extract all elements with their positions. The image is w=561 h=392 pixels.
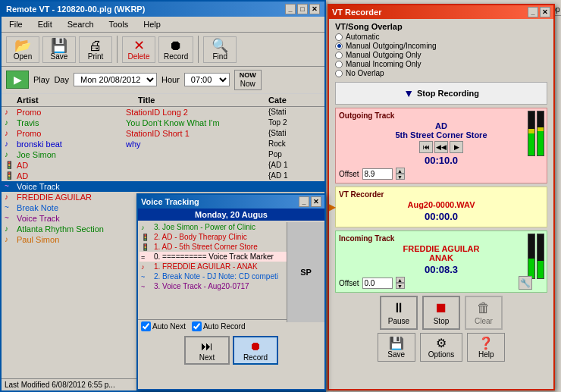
track-artist: FREDDIE AGUILAR	[17, 193, 126, 202]
outgoing-label: Outgoing Track	[339, 111, 544, 120]
vt-track-text: 1. AD - 5th Street Corner Store	[154, 243, 258, 251]
vt-title-bar: Voice Tracking _ ✕	[138, 195, 324, 209]
record-button[interactable]: ⏺ Record	[158, 36, 193, 63]
radio-no-overlap[interactable]: No Overlap	[335, 69, 547, 77]
rec-minimize-button[interactable]: _	[528, 7, 538, 17]
artist-header: Artist	[17, 96, 138, 105]
menu-search[interactable]: Search	[63, 18, 99, 30]
table-row[interactable]: ♪ Travis You Don't Know What I'm Top 2	[2, 118, 324, 128]
outgoing-offset-input[interactable]	[362, 168, 393, 180]
delete-icon: ✕	[133, 39, 145, 52]
auto-record-checkbox[interactable]: Auto Record	[192, 321, 246, 331]
voice-tracking-window: Voice Tracking _ ✕ Monday, 20 Augus ♪ 3.…	[136, 193, 326, 390]
help-button[interactable]: ❓ Help	[467, 333, 505, 362]
vt-record-button[interactable]: ⏺ Record	[233, 336, 278, 365]
prev-button[interactable]: ⏮	[419, 141, 433, 153]
track-cate: Rock	[268, 140, 321, 148]
menu-help[interactable]: Help	[139, 18, 165, 30]
track-artist: Atlanta Rhythm Section	[17, 224, 126, 234]
record-icon: ⏺	[249, 339, 262, 353]
pause-icon: ⏸	[392, 300, 406, 317]
track-cate: Pop	[268, 150, 321, 158]
wrench-button[interactable]: 🔧	[519, 276, 532, 290]
options-icon: ⚙	[436, 336, 447, 350]
vt-track-text: 1. FREDDIE AGUILAR - ANAK	[154, 262, 258, 271]
track-title: You Don't Know What I'm	[126, 118, 268, 127]
outgoing-offset-row: Offset ▲ ▼	[339, 168, 544, 180]
vt-minimize-button[interactable]: _	[299, 196, 309, 207]
next-button[interactable]: ⏭ Next	[184, 336, 230, 365]
print-button[interactable]: 🖨 Print	[79, 36, 112, 63]
close-button[interactable]: ✕	[309, 4, 320, 14]
open-button[interactable]: 📂 Open	[6, 36, 39, 63]
save-icon: 💾	[51, 39, 67, 52]
delete-button[interactable]: ✕ Delete	[122, 36, 155, 63]
vt-track-icon: =	[141, 253, 152, 261]
radio-manual-both[interactable]: Manual Outgoing/Incoming	[335, 42, 547, 50]
track-icon: ♪	[5, 129, 17, 137]
table-row[interactable]: ♪ Promo StationID Long 2 {Stati	[2, 107, 324, 118]
remote-vt-titlebar: Remote VT - 120820-00.plg (WKRP) _ □ ✕	[2, 2, 324, 17]
track-icon: ~	[5, 203, 17, 212]
incoming-offset-up[interactable]: ▲	[396, 277, 405, 283]
outgoing-transport: ⏮ ◀◀ ▶	[339, 141, 544, 153]
track-icon: ♪	[5, 118, 17, 127]
vt-close-button[interactable]: ✕	[311, 196, 321, 207]
track-cate: Top 2	[268, 118, 321, 127]
clear-button[interactable]: 🗑 Clear	[465, 296, 503, 330]
day-row: ▶ Play Day Mon 20/08/2012 Hour 07:00 NOW…	[2, 67, 324, 94]
save-button[interactable]: 💾 Save	[42, 36, 76, 63]
stop-triangle-icon: ▼	[403, 87, 414, 99]
maximize-button[interactable]: □	[297, 4, 308, 14]
rec-title-bar: VT Recorder _ ✕	[329, 5, 553, 19]
help-icon: ❓	[478, 336, 494, 350]
outgoing-section: Outgoing Track AD 5th Street Corner Stor…	[335, 108, 547, 183]
vt-track-icon: ♪	[141, 224, 152, 231]
radio-manual-outgoing[interactable]: Manual Outgoing Only	[335, 51, 547, 59]
table-row[interactable]: ♪ bronski beat why Rock	[2, 139, 324, 149]
vt-track-icon: 🚦	[141, 243, 152, 251]
incoming-level-meter	[528, 234, 544, 279]
table-row[interactable]: ~ Voice Track	[2, 181, 324, 192]
incoming-offset-input[interactable]	[362, 278, 393, 289]
table-row[interactable]: ♪ Joe Simon Pop	[2, 149, 324, 160]
play-button[interactable]: ▶	[6, 71, 29, 89]
table-row[interactable]: ♪ Promo StationID Short 1 {Stati	[2, 128, 324, 139]
menu-tools[interactable]: Tools	[105, 18, 133, 30]
minimize-button[interactable]: _	[285, 4, 296, 14]
menu-file[interactable]: File	[5, 18, 27, 30]
outgoing-offset-down[interactable]: ▼	[396, 174, 405, 180]
find-button[interactable]: 🔍 Find	[203, 36, 237, 63]
open-icon: 📂	[14, 39, 31, 52]
cate-header: Cate	[268, 96, 321, 105]
incoming-section: Incoming Track FREDDIE AGUILAR ANAK 00:0…	[335, 230, 547, 293]
track-cate: {AD 1	[268, 161, 321, 169]
table-row[interactable]: 🚦 AD {AD 1	[2, 171, 324, 181]
rec-close-button[interactable]: ✕	[540, 7, 550, 17]
stop-recording-button[interactable]: ▼ Stop Recording	[335, 82, 547, 105]
rewind-button[interactable]: ◀◀	[434, 141, 448, 153]
save-rec-button[interactable]: 💾 Save	[378, 333, 415, 362]
pause-button[interactable]: ⏸ Pause	[380, 296, 418, 330]
menu-edit[interactable]: Edit	[33, 18, 57, 30]
now-button[interactable]: NOW Now	[234, 70, 262, 90]
radio-manual-incoming[interactable]: Manual Incoming Only	[335, 60, 547, 68]
outgoing-offset-up[interactable]: ▲	[396, 168, 405, 174]
radio-automatic[interactable]: Automatic	[335, 33, 547, 41]
incoming-name1: FREDDIE AGUILAR	[339, 244, 544, 253]
hour-select[interactable]: 07:00	[184, 73, 230, 86]
auto-next-checkbox[interactable]: Auto Next	[141, 321, 186, 331]
incoming-name2: ANAK	[339, 253, 544, 262]
stop-button[interactable]: ⏹ Stop	[422, 296, 460, 330]
play-transport-button[interactable]: ▶	[450, 141, 463, 153]
vt-day-header: Monday, 20 Augus	[138, 209, 324, 221]
outgoing-name2: 5th Street Corner Store	[339, 130, 544, 140]
day-select[interactable]: Mon 20/08/2012	[74, 73, 157, 86]
incoming-offset-down[interactable]: ▼	[396, 283, 405, 289]
options-button[interactable]: ⚙ Options	[420, 333, 462, 362]
rec-transport-buttons: ⏸ Pause ⏹ Stop 🗑 Clear	[335, 296, 547, 330]
track-artist: Voice Track	[17, 214, 126, 223]
wav-name: Aug20-0000.WAV	[339, 200, 544, 209]
vt-rec-label: VT Recorder	[339, 190, 544, 199]
table-row[interactable]: 🚦 AD {AD 1	[2, 160, 324, 171]
